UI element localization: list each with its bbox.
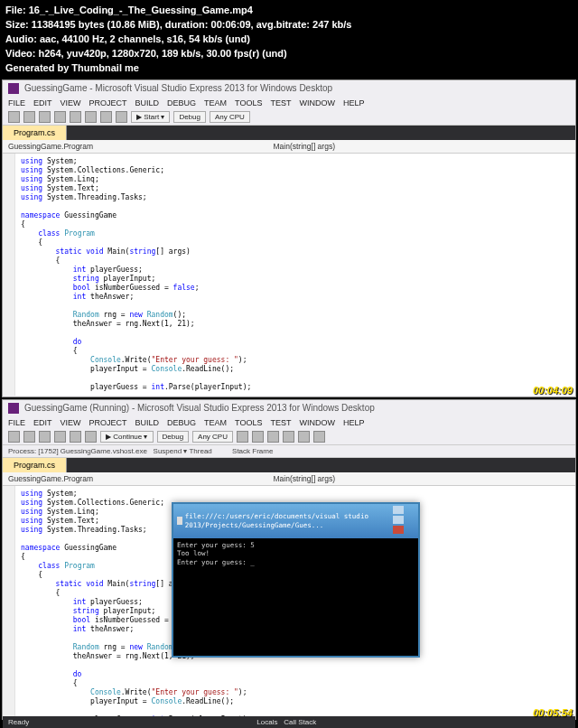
- nav-back-icon[interactable]: [8, 111, 20, 123]
- process-select[interactable]: [1752] GuessingGame.vshost.exe: [38, 447, 147, 455]
- timestamp-top: 00:04:09: [533, 385, 573, 396]
- menu-view[interactable]: VIEW: [61, 418, 81, 427]
- menu-debug[interactable]: DEBUG: [167, 418, 196, 427]
- restart-icon[interactable]: [267, 431, 279, 443]
- menu-window[interactable]: WINDOW: [299, 98, 335, 107]
- menu-bar[interactable]: FILEEDITVIEWPROJECTBUILDDEBUGTEAMTOOLSTE…: [3, 416, 575, 429]
- redo-icon[interactable]: [85, 431, 97, 443]
- doc-tabs: Program.cs: [3, 458, 575, 472]
- menu-team[interactable]: TEAM: [204, 418, 227, 427]
- open-icon[interactable]: [54, 111, 66, 123]
- vs-window-bottom: GuessingGame (Running) - Microsoft Visua…: [2, 399, 576, 720]
- vs-logo-icon: [8, 83, 19, 94]
- menu-build[interactable]: BUILD: [135, 98, 160, 107]
- menu-window[interactable]: WINDOW: [299, 418, 335, 427]
- window-title: GuessingGame (Running) - Microsoft Visua…: [24, 403, 375, 413]
- thread-select[interactable]: Thread: [189, 447, 211, 455]
- menu-edit[interactable]: EDIT: [33, 98, 52, 107]
- menu-help[interactable]: HELP: [343, 418, 365, 427]
- nav-bar[interactable]: GuessingGame.Program Main(string[] args): [3, 472, 575, 486]
- member-selector[interactable]: Main(string[] args): [274, 142, 336, 151]
- save-all-icon[interactable]: [85, 111, 97, 123]
- minimize-icon[interactable]: [393, 506, 404, 514]
- menu-test[interactable]: TEST: [270, 98, 291, 107]
- video-metadata: File: 16_-_Live_Coding_-_The_Guessing_Ga…: [0, 0, 578, 78]
- tab-program-cs[interactable]: Program.cs: [3, 458, 67, 472]
- maximize-icon[interactable]: [393, 516, 404, 524]
- console-icon: [177, 517, 182, 525]
- console-window[interactable]: file:///c:/users/eric/documents/visual s…: [172, 502, 420, 658]
- tab-program-cs[interactable]: Program.cs: [3, 126, 67, 140]
- menu-bar[interactable]: FILEEDITVIEWPROJECTBUILDDEBUGTEAMTOOLSTE…: [3, 97, 575, 109]
- start-button[interactable]: ▶ Start ▾: [131, 111, 170, 123]
- gutter: [3, 486, 15, 716]
- console-title-bar[interactable]: file:///c:/users/eric/documents/visual s…: [173, 504, 418, 538]
- menu-project[interactable]: PROJECT: [89, 418, 127, 427]
- close-icon[interactable]: [393, 526, 404, 534]
- debug-location-toolbar: Process: [1752] GuessingGame.vshost.exe …: [3, 445, 575, 458]
- platform-select[interactable]: Any CPU: [210, 111, 250, 123]
- toolbar: ▶ Start ▾ Debug Any CPU: [3, 109, 575, 126]
- gutter: [3, 154, 15, 396]
- menu-build[interactable]: BUILD: [135, 418, 160, 427]
- window-controls: [392, 506, 415, 537]
- title-bar: GuessingGame - Microsoft Visual Studio E…: [3, 80, 575, 97]
- new-project-icon[interactable]: [39, 111, 51, 123]
- menu-help[interactable]: HELP: [343, 98, 365, 107]
- menu-file[interactable]: FILE: [8, 418, 25, 427]
- step-out-icon[interactable]: [313, 431, 325, 443]
- menu-project[interactable]: PROJECT: [89, 98, 127, 107]
- suspend-button[interactable]: Suspend: [154, 447, 182, 455]
- code-editor[interactable]: using System; using System.Collections.G…: [3, 486, 575, 716]
- menu-team[interactable]: TEAM: [204, 98, 227, 107]
- save-icon[interactable]: [39, 431, 51, 443]
- member-selector[interactable]: Main(string[] args): [274, 474, 336, 483]
- config-select[interactable]: Debug: [173, 111, 206, 123]
- nav-fwd-icon[interactable]: [23, 431, 35, 443]
- save-all-icon[interactable]: [54, 431, 66, 443]
- status-bar: Ready Locals Call Stack: [3, 716, 575, 728]
- platform-select[interactable]: Any CPU: [192, 431, 233, 443]
- menu-view[interactable]: VIEW: [61, 98, 81, 107]
- nav-bar[interactable]: GuessingGame.Program Main(string[] args): [3, 140, 575, 154]
- callstack-tab[interactable]: Call Stack: [284, 718, 316, 726]
- undo-icon[interactable]: [100, 111, 112, 123]
- console-output: Enter your guess: 5 Too low! Enter your …: [173, 538, 418, 569]
- type-selector[interactable]: GuessingGame.Program: [8, 142, 93, 151]
- menu-debug[interactable]: DEBUG: [167, 98, 196, 107]
- title-bar: GuessingGame (Running) - Microsoft Visua…: [3, 400, 575, 416]
- toolbar: ▶ Continue ▾ Debug Any CPU: [3, 429, 575, 445]
- window-title: GuessingGame - Microsoft Visual Studio E…: [24, 83, 332, 93]
- vs-window-top: GuessingGame - Microsoft Visual Studio E…: [2, 79, 576, 397]
- nav-back-icon[interactable]: [8, 431, 20, 443]
- break-all-icon[interactable]: [237, 431, 248, 443]
- menu-file[interactable]: FILE: [8, 98, 25, 107]
- console-path: file:///c:/users/eric/documents/visual s…: [185, 512, 393, 529]
- doc-tabs: Program.cs: [3, 126, 575, 140]
- menu-tools[interactable]: TOOLS: [235, 418, 262, 427]
- locals-tab[interactable]: Locals: [256, 718, 277, 726]
- nav-fwd-icon[interactable]: [23, 111, 35, 123]
- menu-edit[interactable]: EDIT: [33, 418, 52, 427]
- redo-icon[interactable]: [116, 111, 127, 123]
- vs-logo-icon: [8, 403, 19, 414]
- save-icon[interactable]: [70, 111, 81, 123]
- menu-tools[interactable]: TOOLS: [235, 98, 262, 107]
- step-into-icon[interactable]: [283, 431, 294, 443]
- type-selector[interactable]: GuessingGame.Program: [8, 474, 93, 483]
- continue-button[interactable]: ▶ Continue ▾: [100, 431, 154, 443]
- timestamp-bottom: 00:05:54: [533, 707, 573, 718]
- step-over-icon[interactable]: [298, 431, 310, 443]
- code-editor[interactable]: using System; using System.Collections.G…: [3, 154, 575, 396]
- stop-icon[interactable]: [252, 431, 264, 443]
- menu-test[interactable]: TEST: [270, 418, 291, 427]
- stackframe-select[interactable]: Stack Frame: [232, 447, 273, 455]
- config-select[interactable]: Debug: [157, 431, 190, 443]
- undo-icon[interactable]: [70, 431, 81, 443]
